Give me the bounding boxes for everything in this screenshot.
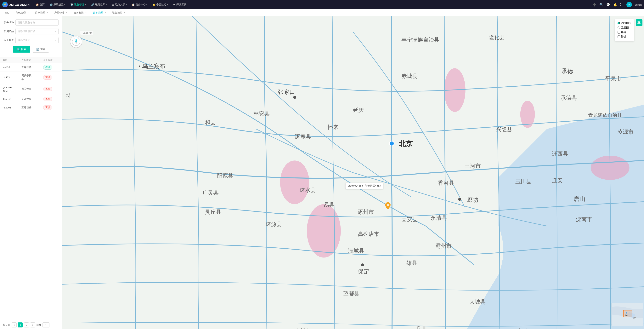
svg-text:怀来: 怀来	[328, 124, 338, 130]
prev-page-button[interactable]: ‹	[12, 322, 16, 327]
list-header: 名称 设备类型 设备状态	[0, 57, 62, 63]
tab-home[interactable]: 首页	[2, 10, 12, 16]
svg-text:涿鹿县: 涿鹿县	[295, 134, 311, 140]
nav-alarm[interactable]: 🔔 告警监控 ▾	[150, 2, 170, 7]
road-condition-checkbox[interactable]	[618, 35, 620, 38]
svg-text:霸州市: 霸州市	[436, 243, 452, 249]
svg-text:青龙满族自治县: 青龙满族自治县	[588, 112, 622, 118]
page-2-button[interactable]: 2	[24, 322, 29, 327]
status-label: 设备状态	[3, 39, 14, 42]
col-header-type: 设备类型	[22, 59, 43, 62]
screen-icon: 🖥	[112, 3, 114, 6]
satellite-layer-radio[interactable]	[618, 27, 620, 29]
tools-icon: 🛠	[173, 3, 176, 6]
svg-point-9	[293, 96, 296, 99]
svg-text:固安县: 固安县	[402, 216, 418, 222]
svg-text:承德县: 承德县	[560, 95, 577, 101]
tab-device-map[interactable]: 设备地图 ✕	[109, 10, 128, 16]
nav-bigscreen[interactable]: 🖥 组态大屏 ▾	[110, 2, 129, 7]
svg-point-4	[307, 204, 341, 257]
svg-text:河间市: 河间市	[513, 328, 529, 329]
filter-form: 设备名称 所属产品 请选择所属产品 ▾ 设备状态 请选择状态 ▾ 🔍	[0, 16, 62, 56]
tab-close-icon[interactable]: ✕	[104, 12, 106, 14]
svg-text:滦南市: 滦南市	[576, 216, 592, 222]
add-icon[interactable]: ➕	[592, 3, 596, 7]
svg-text:三河市: 三河市	[464, 163, 481, 169]
device-name-input[interactable]	[16, 19, 58, 26]
svg-point-65	[626, 312, 627, 313]
svg-text:香河县: 香河县	[438, 180, 454, 186]
svg-text:阳原县: 阳原县	[217, 173, 233, 179]
device-name-cell: gateway4353	[3, 85, 22, 93]
tab-close-icon[interactable]: ✕	[46, 12, 48, 14]
device-name-cell: ctr453	[3, 76, 22, 79]
chevron-down-icon: ▾	[55, 39, 56, 42]
standard-layer-radio[interactable]	[618, 22, 620, 24]
filter-buttons: 🔍 搜索 🔄 重置	[3, 46, 58, 53]
svg-text:林安县: 林安县	[253, 111, 270, 117]
username-label: admin	[635, 3, 642, 6]
col-header-name: 名称	[3, 59, 22, 62]
road-network-checkbox[interactable]	[618, 31, 620, 34]
tab-service-monitor[interactable]: 服务监控 ✕	[71, 10, 90, 16]
page-goto-input[interactable]	[42, 322, 50, 327]
map-tooltip: gateway4353 - 智能网关4353	[345, 183, 383, 189]
table-row[interactable]: TestTcp 直连设备 离线	[0, 95, 62, 103]
nav-rules[interactable]: 🔗 规则链库 ▾	[89, 2, 108, 7]
status-select[interactable]: 请选择状态 ▾	[16, 37, 58, 43]
col-header-status: 设备状态	[43, 59, 59, 62]
device-name-label: 设备名称	[3, 21, 14, 24]
search-button[interactable]: 🔍 搜索	[13, 46, 30, 53]
tab-role-management[interactable]: 角色管理 ✕	[13, 10, 32, 16]
nav-tasks[interactable]: 📋 任务中心 ▾	[130, 2, 149, 7]
nav-devtools[interactable]: 🛠 开发工具	[171, 2, 188, 7]
nav-sysconfig[interactable]: ⚙️ 系统设置 ▾	[48, 2, 67, 7]
page-1-button[interactable]: 1	[18, 322, 23, 327]
map-pin-gateway4353[interactable]	[385, 202, 390, 210]
home-icon: 🏠	[36, 3, 39, 6]
next-page-button[interactable]: ›	[30, 322, 35, 327]
tab-menu-management[interactable]: 菜单管理 ✕	[32, 10, 51, 16]
product-select[interactable]: 请选择所属产品 ▾	[16, 28, 58, 35]
satellite-layer-row[interactable]: 卫星图	[618, 26, 631, 29]
chevron-down-icon: ▾	[106, 4, 107, 6]
nav-home[interactable]: 🏠 首页	[34, 2, 46, 7]
table-row[interactable]: ws432 直连设备 在线	[0, 63, 62, 72]
svg-text:灵丘县: 灵丘县	[205, 209, 221, 215]
satellite-layer-label: 卫星图	[621, 26, 629, 29]
svg-text:迁安: 迁安	[552, 177, 563, 183]
nav-device[interactable]: 📡 设备管理 ▾	[68, 2, 88, 7]
map-area[interactable]: 北京 承德 张家口 廊坊 唐山 保定 固安县 涿州市 高碑店市 秦皇 三河市	[62, 16, 644, 329]
search-icon: 🔍	[17, 48, 20, 51]
svg-text:北京: 北京	[399, 140, 413, 147]
search-icon[interactable]: 🔍	[600, 3, 603, 7]
tab-close-icon[interactable]: ✕	[124, 12, 125, 14]
message-icon[interactable]: 💬	[606, 3, 610, 7]
tab-close-icon[interactable]: ✕	[85, 12, 87, 14]
tab-bar: 首页 角色管理 ✕ 菜单管理 ✕ 产品管理 ✕ 服务监控 ✕ 设备管理 ✕ 设备…	[0, 9, 644, 16]
map-settings-button[interactable]	[636, 19, 642, 26]
tab-device-management[interactable]: 设备管理 ✕	[90, 10, 109, 16]
device-list: 名称 设备类型 设备状态 ws432 直连设备 在线 ctr453 网关子设备 …	[0, 56, 62, 321]
fullscreen-icon[interactable]: ⛶	[620, 3, 623, 6]
svg-text:望都县: 望都县	[343, 290, 360, 296]
road-condition-row[interactable]: 路况	[618, 35, 631, 38]
device-type-cell: 直连设备	[22, 66, 43, 69]
road-network-row[interactable]: 路网	[618, 31, 631, 34]
avatar[interactable]: A	[626, 2, 632, 7]
table-row[interactable]: ctr453 网关子设备 离线	[0, 72, 62, 83]
notification-icon[interactable]: 🔔	[613, 3, 617, 7]
reset-button[interactable]: 🔄 重置	[33, 46, 49, 53]
svg-text:廊坊: 廊坊	[467, 197, 478, 203]
device-status-cell: 离线	[43, 75, 59, 80]
tab-close-icon[interactable]: ✕	[66, 12, 68, 14]
table-row[interactable]: httpde1 直连设备 离线	[0, 103, 62, 112]
tab-close-icon[interactable]: ✕	[27, 12, 29, 14]
product-row: 所属产品 请选择所属产品 ▾	[3, 28, 58, 35]
table-row[interactable]: gateway4353 网关设备 离线	[0, 83, 62, 95]
tab-product-management[interactable]: 产品管理 ✕	[52, 10, 70, 16]
device-status-cell: 在线	[43, 65, 59, 70]
standard-layer-row[interactable]: 标准图层	[618, 21, 631, 25]
product-label: 所属产品	[3, 30, 14, 33]
status-badge: 离线	[43, 75, 52, 80]
